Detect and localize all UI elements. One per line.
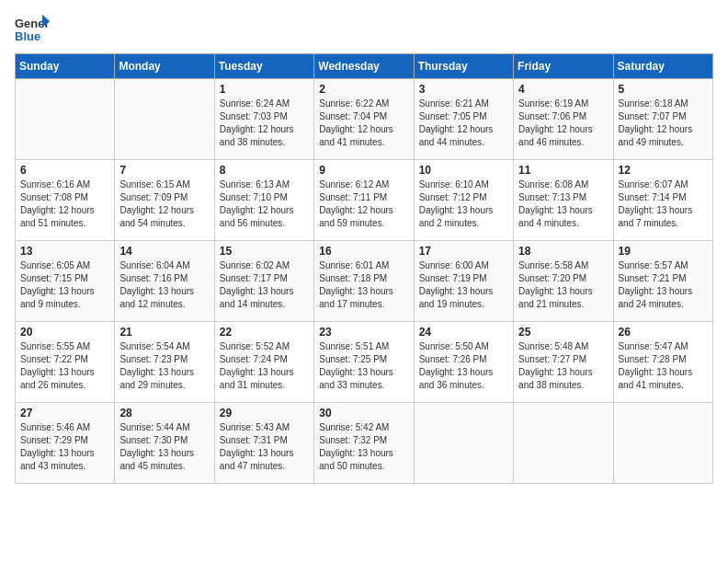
day-number: 22 <box>220 326 309 339</box>
day-number: 14 <box>119 245 209 258</box>
day-cell: 6Sunrise: 6:16 AM Sunset: 7:08 PM Daylig… <box>16 160 115 241</box>
day-info: Sunrise: 6:04 AM Sunset: 7:16 PM Dayligh… <box>119 259 209 311</box>
day-info: Sunrise: 6:05 AM Sunset: 7:15 PM Dayligh… <box>20 259 109 311</box>
day-number: 19 <box>619 245 708 258</box>
weekday-wednesday: Wednesday <box>314 54 414 79</box>
day-cell: 26Sunrise: 5:47 AM Sunset: 7:28 PM Dayli… <box>613 322 712 403</box>
day-cell: 14Sunrise: 6:04 AM Sunset: 7:16 PM Dayli… <box>115 241 214 322</box>
day-number: 28 <box>119 407 209 419</box>
day-info: Sunrise: 6:08 AM Sunset: 7:13 PM Dayligh… <box>518 178 608 230</box>
day-info: Sunrise: 5:48 AM Sunset: 7:27 PM Dayligh… <box>518 340 608 392</box>
day-number: 4 <box>518 83 608 96</box>
day-cell: 17Sunrise: 6:00 AM Sunset: 7:19 PM Dayli… <box>414 241 513 322</box>
day-number: 30 <box>319 407 408 419</box>
day-number: 12 <box>619 164 708 177</box>
day-number: 1 <box>220 83 309 96</box>
logo-icon: General Blue <box>15 15 50 44</box>
day-info: Sunrise: 6:01 AM Sunset: 7:18 PM Dayligh… <box>319 259 408 311</box>
day-number: 8 <box>220 164 309 177</box>
day-info: Sunrise: 5:51 AM Sunset: 7:25 PM Dayligh… <box>319 340 408 392</box>
day-info: Sunrise: 6:16 AM Sunset: 7:08 PM Dayligh… <box>20 178 109 230</box>
day-info: Sunrise: 6:18 AM Sunset: 7:07 PM Dayligh… <box>619 98 708 149</box>
day-cell: 2Sunrise: 6:22 AM Sunset: 7:04 PM Daylig… <box>314 79 414 160</box>
day-cell: 4Sunrise: 6:19 AM Sunset: 7:06 PM Daylig… <box>514 79 613 160</box>
logo: General Blue <box>15 15 50 44</box>
day-number: 29 <box>220 407 309 419</box>
day-number: 5 <box>619 83 708 96</box>
day-info: Sunrise: 6:15 AM Sunset: 7:09 PM Dayligh… <box>119 178 209 230</box>
weekday-friday: Friday <box>514 54 613 79</box>
page-header: General Blue <box>15 15 713 44</box>
day-cell: 5Sunrise: 6:18 AM Sunset: 7:07 PM Daylig… <box>613 79 712 160</box>
day-info: Sunrise: 6:24 AM Sunset: 7:03 PM Dayligh… <box>220 98 309 149</box>
day-number: 25 <box>518 326 608 339</box>
day-number: 9 <box>319 164 408 177</box>
weekday-saturday: Saturday <box>613 54 712 79</box>
day-info: Sunrise: 6:10 AM Sunset: 7:12 PM Dayligh… <box>419 178 508 230</box>
day-cell: 11Sunrise: 6:08 AM Sunset: 7:13 PM Dayli… <box>514 160 613 241</box>
weekday-header-row: SundayMondayTuesdayWednesdayThursdayFrid… <box>16 54 713 79</box>
weekday-monday: Monday <box>115 54 214 79</box>
day-cell: 28Sunrise: 5:44 AM Sunset: 7:30 PM Dayli… <box>115 403 214 484</box>
day-info: Sunrise: 5:46 AM Sunset: 7:29 PM Dayligh… <box>20 421 109 473</box>
day-number: 26 <box>619 326 708 339</box>
day-info: Sunrise: 5:52 AM Sunset: 7:24 PM Dayligh… <box>220 340 309 392</box>
day-cell: 10Sunrise: 6:10 AM Sunset: 7:12 PM Dayli… <box>414 160 513 241</box>
day-number: 15 <box>220 245 309 258</box>
day-info: Sunrise: 6:12 AM Sunset: 7:11 PM Dayligh… <box>319 178 408 230</box>
day-cell: 30Sunrise: 5:42 AM Sunset: 7:32 PM Dayli… <box>314 403 414 484</box>
day-info: Sunrise: 5:57 AM Sunset: 7:21 PM Dayligh… <box>619 259 708 311</box>
day-number: 7 <box>119 164 209 177</box>
svg-text:Blue: Blue <box>15 29 40 43</box>
day-info: Sunrise: 5:43 AM Sunset: 7:31 PM Dayligh… <box>220 421 309 473</box>
day-cell <box>115 79 214 160</box>
day-info: Sunrise: 6:22 AM Sunset: 7:04 PM Dayligh… <box>319 98 408 149</box>
day-info: Sunrise: 6:19 AM Sunset: 7:06 PM Dayligh… <box>518 98 608 149</box>
day-cell: 15Sunrise: 6:02 AM Sunset: 7:17 PM Dayli… <box>214 241 313 322</box>
day-number: 10 <box>419 164 508 177</box>
day-info: Sunrise: 5:44 AM Sunset: 7:30 PM Dayligh… <box>119 421 209 473</box>
day-number: 6 <box>20 164 109 177</box>
day-number: 24 <box>419 326 508 339</box>
day-cell: 21Sunrise: 5:54 AM Sunset: 7:23 PM Dayli… <box>115 322 214 403</box>
day-number: 21 <box>119 326 209 339</box>
day-cell: 12Sunrise: 6:07 AM Sunset: 7:14 PM Dayli… <box>613 160 712 241</box>
day-cell <box>613 403 712 484</box>
weekday-sunday: Sunday <box>16 54 115 79</box>
day-cell <box>414 403 513 484</box>
calendar-body: 1Sunrise: 6:24 AM Sunset: 7:03 PM Daylig… <box>16 79 713 484</box>
day-number: 3 <box>419 83 508 96</box>
day-number: 16 <box>319 245 408 258</box>
day-cell: 13Sunrise: 6:05 AM Sunset: 7:15 PM Dayli… <box>16 241 115 322</box>
day-number: 2 <box>319 83 408 96</box>
day-cell: 24Sunrise: 5:50 AM Sunset: 7:26 PM Dayli… <box>414 322 513 403</box>
day-number: 27 <box>20 407 109 419</box>
day-info: Sunrise: 6:21 AM Sunset: 7:05 PM Dayligh… <box>419 98 508 149</box>
day-cell: 9Sunrise: 6:12 AM Sunset: 7:11 PM Daylig… <box>314 160 414 241</box>
day-cell: 23Sunrise: 5:51 AM Sunset: 7:25 PM Dayli… <box>314 322 414 403</box>
day-cell: 20Sunrise: 5:55 AM Sunset: 7:22 PM Dayli… <box>16 322 115 403</box>
day-number: 23 <box>319 326 408 339</box>
day-info: Sunrise: 5:54 AM Sunset: 7:23 PM Dayligh… <box>119 340 209 392</box>
day-info: Sunrise: 5:58 AM Sunset: 7:20 PM Dayligh… <box>518 259 608 311</box>
day-cell: 8Sunrise: 6:13 AM Sunset: 7:10 PM Daylig… <box>214 160 313 241</box>
day-cell: 18Sunrise: 5:58 AM Sunset: 7:20 PM Dayli… <box>514 241 613 322</box>
day-number: 18 <box>518 245 608 258</box>
day-info: Sunrise: 6:00 AM Sunset: 7:19 PM Dayligh… <box>419 259 508 311</box>
day-cell: 1Sunrise: 6:24 AM Sunset: 7:03 PM Daylig… <box>214 79 313 160</box>
day-number: 11 <box>518 164 608 177</box>
day-info: Sunrise: 5:55 AM Sunset: 7:22 PM Dayligh… <box>20 340 109 392</box>
day-info: Sunrise: 6:13 AM Sunset: 7:10 PM Dayligh… <box>220 178 309 230</box>
day-cell <box>514 403 613 484</box>
day-cell <box>16 79 115 160</box>
day-cell: 22Sunrise: 5:52 AM Sunset: 7:24 PM Dayli… <box>214 322 313 403</box>
week-row-2: 6Sunrise: 6:16 AM Sunset: 7:08 PM Daylig… <box>16 160 713 241</box>
week-row-3: 13Sunrise: 6:05 AM Sunset: 7:15 PM Dayli… <box>16 241 713 322</box>
week-row-1: 1Sunrise: 6:24 AM Sunset: 7:03 PM Daylig… <box>16 79 713 160</box>
day-number: 13 <box>20 245 109 258</box>
calendar-table: SundayMondayTuesdayWednesdayThursdayFrid… <box>15 53 713 484</box>
weekday-thursday: Thursday <box>414 54 513 79</box>
day-info: Sunrise: 6:07 AM Sunset: 7:14 PM Dayligh… <box>619 178 708 230</box>
day-info: Sunrise: 5:42 AM Sunset: 7:32 PM Dayligh… <box>319 421 408 473</box>
day-info: Sunrise: 6:02 AM Sunset: 7:17 PM Dayligh… <box>220 259 309 311</box>
